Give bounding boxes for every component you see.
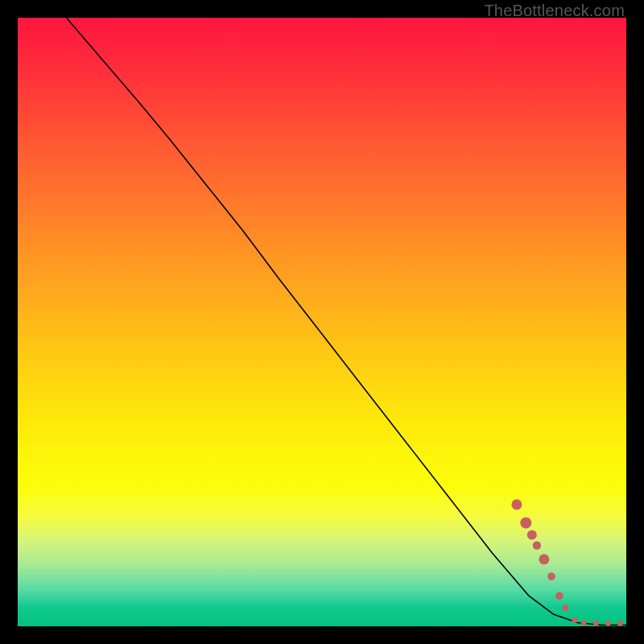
data-point xyxy=(555,592,564,600)
data-point xyxy=(593,621,599,626)
data-point xyxy=(527,530,537,540)
chart-container: TheBottleneck.com xyxy=(0,0,644,644)
data-point xyxy=(572,617,577,623)
data-point xyxy=(617,621,623,626)
chart-overlay xyxy=(18,18,626,626)
bottleneck-curve xyxy=(67,18,627,625)
data-point-cluster xyxy=(511,499,623,625)
data-point xyxy=(520,518,531,529)
data-point xyxy=(605,621,611,626)
data-point xyxy=(533,541,541,549)
data-point xyxy=(539,554,549,564)
data-point xyxy=(581,621,587,626)
data-point xyxy=(511,499,522,510)
data-point xyxy=(562,605,568,611)
data-point xyxy=(547,572,555,580)
